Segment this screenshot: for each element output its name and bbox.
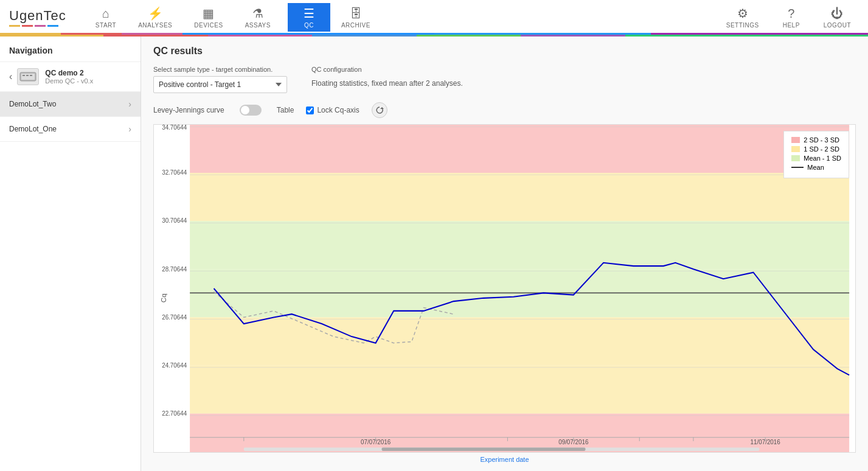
svg-rect-6: [190, 125, 849, 173]
nav-devices[interactable]: ▦ DEVICES: [183, 3, 234, 32]
main-content: QC results Select sample type - target c…: [141, 37, 868, 471]
svg-text:22.70644: 22.70644: [162, 410, 187, 417]
legend-item-1sd-2sd: 1 SD - 2 SD: [791, 145, 841, 153]
qc-icon: ☰: [304, 6, 314, 21]
lock-cq-input[interactable]: [306, 106, 314, 114]
config-control-group: QC configuration Floating statistics, fi…: [311, 66, 463, 88]
nav-settings[interactable]: ⚙ SETTINGS: [715, 3, 770, 32]
svg-rect-4: [30, 75, 32, 76]
back-arrow-icon[interactable]: ‹: [9, 71, 12, 82]
toolbar-row: Levey-Jennings curve Table Lock Cq-axis: [153, 102, 856, 118]
device-svg: [19, 71, 36, 83]
legend-label-mean: Mean: [807, 164, 824, 171]
nav-archive[interactable]: 🗄 ARCHIVE: [330, 4, 381, 32]
lot-name-1: DemoLot_Two: [9, 100, 56, 108]
config-label: QC configuration: [311, 66, 463, 73]
legend-item-mean: Mean: [791, 164, 841, 171]
logo-text: UgenTec: [9, 8, 66, 24]
logo-area: UgenTec: [6, 8, 66, 27]
lot-item-1[interactable]: DemoLot_Two ›: [0, 92, 141, 117]
svg-rect-1: [21, 74, 35, 80]
svg-text:30.70644: 30.70644: [162, 217, 187, 224]
nav-qc[interactable]: ☰ QC: [288, 3, 330, 32]
svg-rect-3: [26, 75, 29, 76]
sidebar-title: Navigation: [0, 37, 141, 62]
legend-color-mean-1sd: [791, 155, 800, 161]
svg-text:32.70644: 32.70644: [162, 169, 187, 176]
device-item[interactable]: ‹ QC demo 2 Demo QC - v0.x: [0, 62, 141, 92]
nav-logout[interactable]: ⏻ LOGOUT: [813, 4, 862, 32]
reset-button[interactable]: [372, 102, 387, 118]
table-label[interactable]: Table: [277, 106, 294, 114]
chevron-right-icon-2: ›: [128, 124, 131, 134]
nav-right: ⚙ SETTINGS ? HELP ⏻ LOGOUT: [715, 3, 862, 32]
chart-x-axis-label: Experiment date: [153, 456, 856, 463]
logo-bar-3: [35, 25, 46, 27]
page-title: QC results: [153, 46, 856, 57]
device-sub: Demo QC - v0.x: [45, 77, 93, 85]
chart-container: 34.70644 32.70644 30.70644 28.70644 26.7…: [153, 124, 856, 453]
chart-svg: 34.70644 32.70644 30.70644 28.70644 26.7…: [154, 125, 855, 452]
svg-rect-10: [190, 317, 849, 365]
sample-label: Select sample type - target combination.: [153, 66, 287, 73]
nav-start[interactable]: ⌂ START: [85, 4, 127, 32]
color-bar: [0, 33, 868, 35]
config-text: Floating statistics, fixed mean after 2 …: [311, 79, 463, 88]
legend-line-mean: [791, 167, 804, 168]
archive-icon: 🗄: [350, 7, 362, 21]
svg-text:26.70644: 26.70644: [162, 313, 187, 320]
legend-item-2sd-3sd: 2 SD - 3 SD: [791, 136, 841, 144]
svg-rect-40: [381, 448, 585, 451]
svg-rect-2: [23, 75, 25, 76]
chart-legend: 2 SD - 3 SD 1 SD - 2 SD Mean - 1 SD Mean: [783, 131, 849, 178]
levey-jennings-label: Levey-Jennings curve: [153, 106, 224, 114]
sample-select[interactable]: Positive control - Target 1 Positive con…: [153, 76, 287, 93]
lock-cq-label: Lock Cq-axis: [317, 106, 359, 114]
settings-icon: ⚙: [737, 6, 748, 21]
legend-item-mean-1sd: Mean - 1 SD: [791, 155, 841, 162]
analyses-icon: ⚡: [148, 6, 163, 21]
svg-text:Cq: Cq: [160, 293, 167, 302]
nav-help[interactable]: ? HELP: [770, 4, 813, 32]
svg-rect-11: [190, 366, 849, 414]
legend-color-1sd-2sd: [791, 146, 800, 152]
logout-icon: ⏻: [831, 7, 843, 21]
chevron-right-icon-1: ›: [128, 99, 131, 109]
svg-text:34.70644: 34.70644: [162, 125, 187, 131]
reset-icon: [375, 106, 384, 114]
levey-jennings-toggle[interactable]: [240, 105, 262, 116]
svg-marker-5: [380, 107, 384, 109]
sample-control-group: Select sample type - target combination.…: [153, 66, 287, 93]
legend-label-2sd-3sd: 2 SD - 3 SD: [804, 136, 839, 144]
top-nav: UgenTec ⌂ START ⚡ ANALYSES ▦ DEVICES ⚗ A…: [0, 0, 868, 37]
legend-label-mean-1sd: Mean - 1 SD: [804, 155, 841, 162]
svg-rect-7: [190, 173, 849, 221]
lock-cq-checkbox[interactable]: Lock Cq-axis: [306, 106, 359, 114]
legend-label-1sd-2sd: 1 SD - 2 SD: [804, 145, 839, 153]
logo-bars: [9, 25, 66, 27]
nav-assays[interactable]: ⚗ ASSAYS: [234, 3, 282, 32]
device-icon: [17, 68, 39, 85]
logo-bar-2: [22, 25, 33, 27]
svg-rect-12: [190, 414, 849, 452]
lot-name-2: DemoLot_One: [9, 125, 57, 133]
svg-text:24.70644: 24.70644: [162, 361, 187, 368]
svg-text:28.70644: 28.70644: [162, 265, 187, 272]
toggle-knob: [241, 106, 249, 114]
nav-analyses[interactable]: ⚡ ANALYSES: [127, 3, 183, 32]
legend-color-2sd-3sd: [791, 137, 800, 143]
assays-icon: ⚗: [252, 6, 263, 21]
svg-rect-8: [190, 221, 849, 269]
content-area: Navigation ‹ QC demo 2 Demo QC - v0.x De…: [0, 37, 868, 471]
home-icon: ⌂: [102, 7, 109, 21]
devices-icon: ▦: [203, 6, 214, 21]
controls-row: Select sample type - target combination.…: [153, 66, 856, 93]
lot-item-2[interactable]: DemoLot_One ›: [0, 117, 141, 142]
device-name: QC demo 2: [45, 69, 93, 77]
device-info: QC demo 2 Demo QC - v0.x: [45, 69, 93, 85]
logo-bar-4: [47, 25, 58, 27]
logo-bar-1: [9, 25, 20, 27]
help-icon: ?: [788, 7, 794, 21]
sidebar: Navigation ‹ QC demo 2 Demo QC - v0.x De…: [0, 37, 141, 471]
